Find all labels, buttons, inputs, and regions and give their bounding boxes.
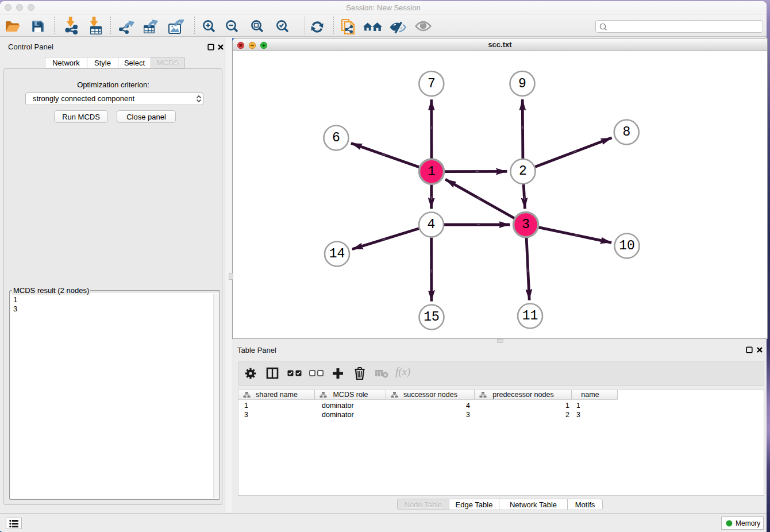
svg-text:3: 3 bbox=[522, 217, 530, 232]
svg-text:7: 7 bbox=[428, 76, 436, 91]
svg-text:14: 14 bbox=[329, 246, 345, 261]
svg-text:6: 6 bbox=[332, 130, 340, 145]
svg-text:15: 15 bbox=[424, 310, 440, 325]
svg-text:11: 11 bbox=[522, 309, 538, 323]
svg-text:4: 4 bbox=[428, 217, 436, 232]
svg-text:2: 2 bbox=[519, 164, 527, 179]
svg-text:10: 10 bbox=[619, 238, 635, 253]
svg-text:1: 1 bbox=[428, 164, 436, 179]
svg-text:8: 8 bbox=[622, 125, 630, 140]
svg-text:9: 9 bbox=[518, 76, 526, 91]
